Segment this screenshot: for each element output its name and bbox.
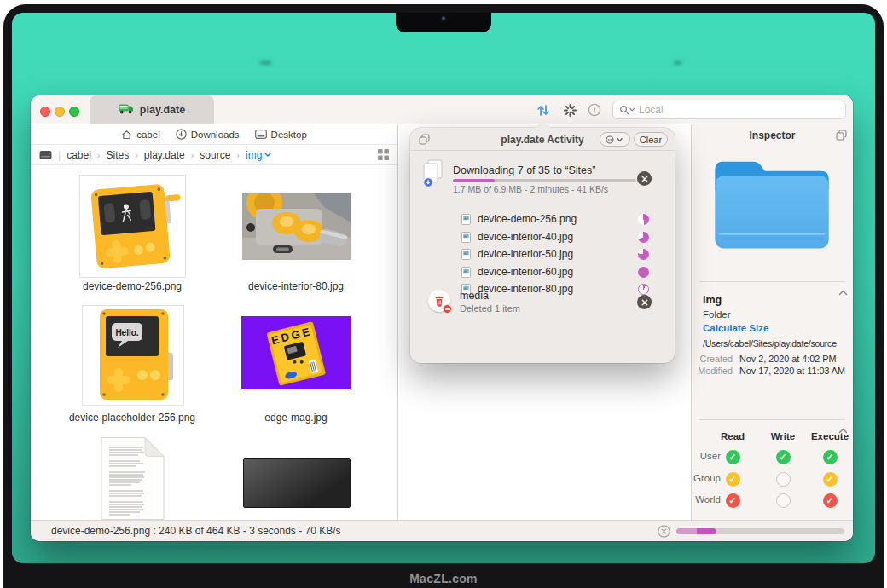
downloads-icon xyxy=(176,129,187,140)
home-icon xyxy=(121,130,132,140)
macbook-mockup: play.date i cabel xyxy=(0,0,887,588)
transfers-toggle-button[interactable] xyxy=(532,101,554,118)
cancel-transfer-icon[interactable] xyxy=(658,525,670,541)
transfer-detail: 1.7 MB of 6.9 MB - 2 minutes - 41 KB/s xyxy=(453,184,608,194)
file-progress-pie xyxy=(638,284,649,295)
copy-icon[interactable] xyxy=(836,129,847,144)
zoom-button[interactable] xyxy=(69,107,79,117)
info-circle-icon: i xyxy=(588,103,601,117)
perm-header-execute: Execute xyxy=(809,431,851,441)
favorite-home[interactable]: cabel xyxy=(121,130,160,140)
transfer-status-text: device-demo-256.png : 240 KB of 464 KB -… xyxy=(51,525,341,537)
crumb-img-dropdown[interactable]: img xyxy=(246,149,271,161)
up-down-arrows-icon xyxy=(536,104,550,117)
disk-icon[interactable] xyxy=(39,150,52,160)
file-thumbnail-device-demo[interactable] xyxy=(79,175,186,278)
crumb-cabel[interactable]: cabel xyxy=(67,149,91,161)
perm-header-read: Read xyxy=(711,431,754,441)
transfer-progress-bar xyxy=(453,179,636,182)
calculate-size-link[interactable]: Calculate Size xyxy=(703,323,768,333)
file-progress-pie xyxy=(638,267,649,278)
dismiss-deleted-button[interactable] xyxy=(637,295,652,309)
tag-green[interactable] xyxy=(755,386,767,398)
clear-button[interactable]: Clear xyxy=(634,132,668,147)
perm-world-execute[interactable]: ✓ xyxy=(823,493,838,508)
tag-color-row xyxy=(701,386,820,398)
file-thumbnail-device-interior[interactable] xyxy=(242,193,351,260)
svg-text:i: i xyxy=(594,106,596,114)
perm-user-write[interactable]: ✓ xyxy=(776,450,791,464)
perm-group-execute[interactable]: ✓ xyxy=(823,472,838,487)
file-thumbnail-device-placeholder[interactable]: Hello. xyxy=(82,305,184,406)
device-interior-image xyxy=(242,193,351,260)
activity-file-row: device-interior-50.jpg xyxy=(461,245,649,262)
collapse-info-chevron-icon[interactable] xyxy=(838,284,848,299)
crumb-sites[interactable]: Sites xyxy=(106,149,129,161)
selected-item-name: img xyxy=(703,294,722,306)
file-thumbnail-text-doc[interactable] xyxy=(96,436,169,520)
perm-user-read[interactable]: ✓ xyxy=(726,450,740,464)
perm-group-write[interactable] xyxy=(776,472,791,487)
created-label: Created xyxy=(692,354,733,364)
activity-file-row: device-interior-80.jpg xyxy=(461,280,649,297)
actions-button[interactable] xyxy=(559,101,581,118)
file-label[interactable]: edge-mag.jpg xyxy=(202,412,390,424)
tag-red[interactable] xyxy=(701,386,713,398)
tab-label: play.date xyxy=(140,104,185,116)
perm-group-read[interactable]: ✓ xyxy=(726,472,740,487)
transfer-title: Downloading 7 of 35 to “Sites” xyxy=(453,164,595,176)
crumb-source[interactable]: source xyxy=(200,149,230,161)
cancel-download-button[interactable] xyxy=(637,171,652,186)
file-progress-pie xyxy=(638,214,649,225)
tag-gray[interactable] xyxy=(809,386,820,398)
activity-popover: play.date Activity Clear Downloading 7 o… xyxy=(410,128,675,363)
perm-world-write[interactable] xyxy=(776,493,791,508)
file-label[interactable]: device-demo-256.png xyxy=(38,280,226,292)
minimize-button[interactable] xyxy=(55,107,65,117)
desktop-smudge xyxy=(260,61,271,65)
created-row: Created Nov 2, 2020 at 4:02 PM xyxy=(692,354,853,364)
perm-world-read[interactable]: ✓ xyxy=(726,493,740,508)
path-bar: | cabel › Sites › play.date › source › i… xyxy=(31,145,397,165)
folder-icon xyxy=(707,147,837,258)
file-label[interactable]: device-placeholder-256.png xyxy=(38,412,226,424)
tag-blue[interactable] xyxy=(773,386,785,398)
tab-playdate[interactable]: play.date xyxy=(90,95,214,124)
thumbnail-view-icon[interactable] xyxy=(378,149,389,160)
popover-arrow xyxy=(536,120,551,128)
favorite-downloads[interactable]: Downloads xyxy=(176,129,240,140)
search-field[interactable] xyxy=(612,101,846,119)
file-grid: device-demo-256.png xyxy=(31,165,397,520)
file-thumbnail-edge-mag[interactable]: EDGE xyxy=(241,316,351,389)
gear-flower-icon xyxy=(563,103,577,118)
tag-orange[interactable] xyxy=(719,386,731,398)
search-input[interactable] xyxy=(639,104,839,116)
favorite-label: cabel xyxy=(136,130,160,140)
crumb-playdate[interactable]: play.date xyxy=(144,149,185,161)
perm-row-label-world: World xyxy=(692,494,721,504)
divider xyxy=(410,150,675,151)
playdate-hello-image: Hello. xyxy=(83,306,183,405)
file-thumbnail-dark-banner[interactable] xyxy=(243,458,351,508)
tag-purple[interactable] xyxy=(791,386,803,398)
favorite-desktop[interactable]: Desktop xyxy=(255,130,307,140)
image-file-icon xyxy=(461,232,471,243)
perm-user-execute[interactable]: ✓ xyxy=(823,450,838,464)
chevron-down-icon xyxy=(264,153,271,157)
desktop-icon xyxy=(255,130,267,139)
activity-file-row: device-demo-256.png xyxy=(461,210,649,228)
file-label[interactable]: device-interior-80.jpg xyxy=(202,280,390,292)
perm-row-label-user: User xyxy=(692,451,721,461)
tag-yellow[interactable] xyxy=(737,386,749,398)
image-file-icon xyxy=(461,214,471,225)
favorite-label: Desktop xyxy=(271,130,307,140)
deleted-minus-badge xyxy=(443,304,452,314)
inspector-title: Inspector xyxy=(692,130,853,141)
close-button[interactable] xyxy=(40,107,50,117)
playdate-device-image xyxy=(80,176,185,277)
modified-label: Modified xyxy=(692,366,733,376)
activity-options-button[interactable] xyxy=(600,132,630,147)
activity-file-name: device-interior-80.jpg xyxy=(478,283,631,295)
modified-row: Modified Nov 17, 2020 at 11:03 AM xyxy=(692,366,853,376)
info-button[interactable]: i xyxy=(583,101,606,118)
